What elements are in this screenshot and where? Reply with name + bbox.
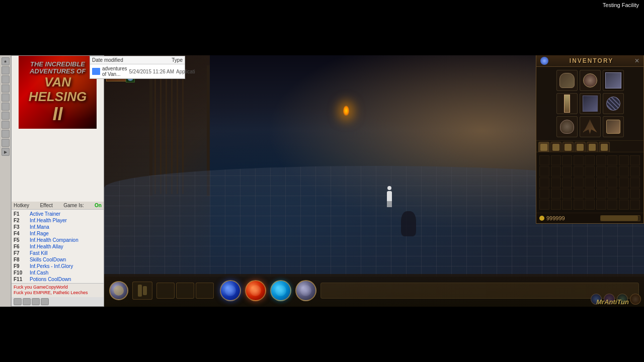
hotkey-item-3[interactable]: F4Inf.Rage [12,230,104,237]
nav-icon-4[interactable] [41,298,49,305]
inv-cell-39[interactable] [574,200,584,210]
inv-cell-8[interactable] [630,155,640,165]
inv-tab-5[interactable] [587,142,598,152]
inv-cell-0[interactable] [539,155,549,165]
inv-cell-1[interactable] [551,155,561,165]
inventory-close-button[interactable]: ✕ [634,57,639,64]
inv-cell-44[interactable] [630,200,640,210]
skill-slot-2[interactable] [176,283,194,299]
skill-slot-1[interactable] [156,283,175,299]
equip-slot-amulet[interactable] [580,70,601,91]
hotkey-item-9[interactable]: F10Inf.Cash [12,269,104,276]
inv-cell-31[interactable] [585,189,595,199]
inv-cell-10[interactable] [551,166,561,176]
sidebar-icon-7[interactable] [2,121,10,129]
inv-cell-17[interactable] [630,166,640,176]
inv-cell-34[interactable] [619,189,629,199]
inv-cell-11[interactable] [562,166,572,176]
inv-cell-16[interactable] [619,166,629,176]
hotkey-effect-6: Fast Kill [30,250,102,256]
equip-slot-armor[interactable] [580,93,601,114]
inv-cell-2[interactable] [562,155,572,165]
inv-tab-2[interactable] [550,142,561,152]
hud-skill-1[interactable] [109,281,128,300]
skill-slot-3[interactable] [196,283,214,299]
hotkey-item-1[interactable]: F2Inf.Health Player [12,217,104,224]
inv-cell-30[interactable] [574,189,584,199]
inv-tab-1[interactable] [538,142,549,152]
equip-slot-helm[interactable] [556,70,578,91]
inv-cell-40[interactable] [585,200,595,210]
hud-orb-red[interactable] [245,280,266,301]
hotkey-item-5[interactable]: F6Inf.Health Allay [12,243,104,250]
hud-orb-gray[interactable] [295,280,316,301]
hotkey-item-10[interactable]: F11Potions CoolDown [12,276,104,283]
inv-cell-7[interactable] [619,155,629,165]
inv-tab-3[interactable] [562,142,574,152]
inv-cell-32[interactable] [596,189,606,199]
inv-cell-19[interactable] [551,177,561,188]
inv-cell-5[interactable] [596,155,606,165]
sidebar-icon-9[interactable] [2,139,10,147]
inv-cell-38[interactable] [562,200,572,210]
sidebar-icon-8[interactable] [2,130,10,138]
nav-icon-3[interactable] [32,298,40,305]
inv-cell-33[interactable] [607,189,617,199]
equip-slot-offhand[interactable] [603,93,624,114]
file-row[interactable]: adventures of Van... 5/24/2015 11:26 AM … [90,64,185,78]
inv-cell-36[interactable] [539,200,549,210]
sidebar-icon-2[interactable] [2,75,10,83]
inv-cell-18[interactable] [539,177,549,188]
inv-tab-6[interactable] [599,142,610,152]
inv-cell-12[interactable] [574,166,584,176]
inv-cell-43[interactable] [619,200,629,210]
hud-orb-blue[interactable] [220,280,241,301]
hotkey-item-8[interactable]: F9Inf.Perks - Inf.Glory [12,263,104,269]
sidebar-icon-10[interactable]: ▶ [2,148,10,156]
inv-cell-15[interactable] [607,166,617,176]
inv-cell-3[interactable] [574,155,584,165]
inv-cell-29[interactable] [562,189,572,199]
inv-cell-28[interactable] [551,189,561,199]
char-body [387,191,392,201]
equip-slot-special[interactable] [603,116,624,137]
sidebar-icon-3[interactable] [2,84,10,93]
inv-cell-25[interactable] [619,177,629,188]
hotkey-item-2[interactable]: F3Inf.Mana [12,224,104,230]
equip-slot-weapon[interactable] [556,93,578,114]
inv-cell-14[interactable] [596,166,606,176]
hotkey-item-4[interactable]: F5Inf.Health Companion [12,237,104,243]
inv-cell-20[interactable] [562,177,572,188]
inv-cell-22[interactable] [585,177,595,188]
inv-cell-9[interactable] [539,166,549,176]
equip-slot-skull[interactable] [556,116,578,137]
hud-orb-teal[interactable] [270,280,291,301]
inv-cell-6[interactable] [607,155,617,165]
inv-cell-37[interactable] [551,200,561,210]
inv-cell-26[interactable] [630,177,640,188]
inv-cell-41[interactable] [596,200,606,210]
sidebar-icon-star[interactable]: ★ [2,57,10,65]
nav-icon-1[interactable] [14,298,22,305]
equip-slot-claws[interactable] [580,116,601,137]
sidebar-icon-4[interactable] [2,94,10,102]
hud-mini-icon-4[interactable] [630,294,641,305]
inv-cell-13[interactable] [585,166,595,176]
inv-cell-42[interactable] [607,200,617,210]
sidebar-icon-6[interactable] [2,112,10,120]
hotkey-item-0[interactable]: F1Active Trainer [12,211,104,217]
hotkey-item-6[interactable]: F7Fast Kill [12,250,104,256]
game-viewport[interactable]: Companion [104,55,644,307]
inv-cell-27[interactable] [539,189,549,199]
inv-cell-23[interactable] [596,177,606,188]
inv-cell-21[interactable] [574,177,584,188]
inv-cell-35[interactable] [630,189,640,199]
inv-cell-4[interactable] [585,155,595,165]
sidebar-icon-1[interactable] [2,66,10,74]
sidebar-icon-5[interactable] [2,103,10,111]
nav-icon-2[interactable] [23,298,31,305]
equip-slot-top-right[interactable] [603,70,624,91]
inv-tab-4[interactable] [575,142,586,152]
hotkey-item-7[interactable]: F8Skills CoolDown [12,256,104,263]
inv-cell-24[interactable] [607,177,617,188]
